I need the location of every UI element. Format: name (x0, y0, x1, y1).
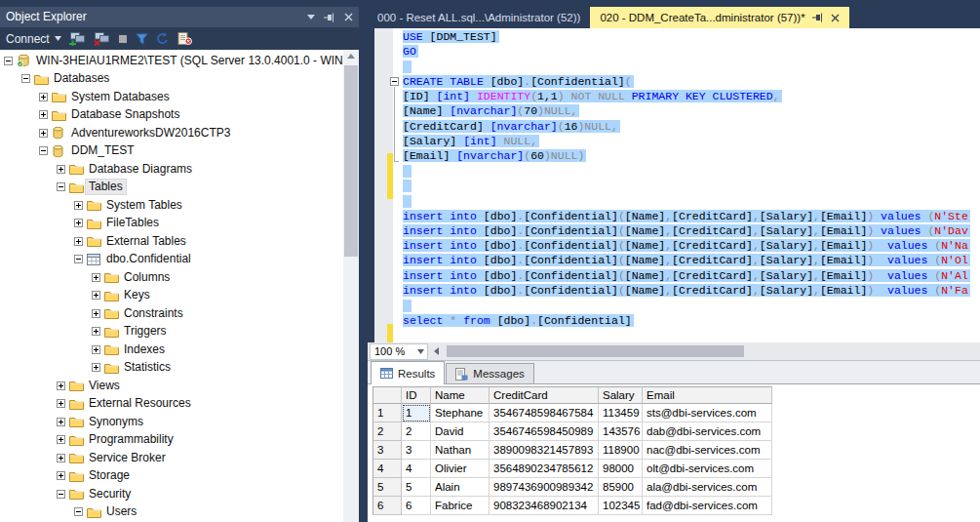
expand-icon[interactable] (39, 110, 48, 119)
connect-server-icon[interactable] (69, 32, 86, 46)
collapse-icon[interactable] (74, 507, 83, 516)
tree-item-external-tables[interactable]: External Tables (0, 232, 359, 251)
grid-column-header-email[interactable]: Email (643, 386, 772, 404)
tree-item-service-broker[interactable]: Service Broker (0, 449, 359, 467)
grid-cell[interactable]: 3 (402, 441, 431, 460)
expand-icon[interactable] (92, 327, 100, 336)
code-line[interactable]: [ID] [int] IDENTITY(1,1) NOT NULL PRIMAR… (374, 89, 980, 103)
tree-item-system-databases[interactable]: System Databases (0, 88, 359, 106)
grid-cell[interactable]: David (431, 422, 490, 441)
tree-item-columns[interactable]: Columns (0, 268, 359, 287)
tree-item-indexes[interactable]: Indexes (0, 341, 359, 359)
scrollbar-thumb[interactable] (447, 345, 744, 357)
collapse-icon[interactable] (4, 57, 13, 65)
collapse-icon[interactable] (57, 182, 65, 191)
expand-icon[interactable] (57, 418, 65, 426)
tree-item-database-snapshots[interactable]: Database Snapshots (0, 106, 359, 125)
results-grid[interactable]: IDNameCreditCardSalaryEmail11Stephane354… (372, 386, 772, 515)
collapse-icon[interactable] (74, 255, 83, 263)
tree-item-views[interactable]: Views (0, 377, 359, 395)
expand-icon[interactable] (74, 201, 83, 210)
combo-dropdown-icon[interactable] (417, 349, 424, 354)
code-line[interactable]: CREATE TABLE [dbo].[Confidential]( (374, 74, 980, 89)
document-tab-0[interactable]: 000 - Reset ALL.sql...\Administrator (52… (368, 7, 590, 28)
grid-cell[interactable]: 143576 (599, 422, 643, 441)
collapse-icon[interactable] (21, 74, 30, 83)
expand-icon[interactable] (92, 345, 100, 354)
expand-icon[interactable] (92, 363, 100, 372)
tree-item-external-resources[interactable]: External Resources (0, 395, 359, 414)
code-line[interactable]: GO (374, 44, 980, 59)
grid-cell[interactable]: 6 (402, 497, 431, 515)
code-content[interactable]: USE [DDM_TEST]GOCREATE TABLE [dbo].[Conf… (374, 29, 980, 328)
grid-cell[interactable]: fad@dbi-services.com (643, 497, 772, 515)
tree-item-system-tables[interactable]: System Tables (0, 196, 359, 215)
grid-cell[interactable]: dab@dbi-services.com (643, 422, 772, 441)
script-alert-icon[interactable] (177, 32, 192, 45)
grid-cell[interactable]: 5 (402, 478, 431, 497)
code-line[interactable]: insert into [dbo].[Confidential]([Name],… (374, 223, 980, 238)
grid-cell[interactable]: 3564890234785612 (490, 460, 599, 478)
grid-cell[interactable]: 118900 (599, 441, 643, 460)
grid-cell[interactable]: sts@dbi-services.com (643, 404, 772, 422)
tree-item-synonyms[interactable]: Synonyms (0, 413, 359, 431)
expand-icon[interactable] (92, 273, 100, 282)
grid-cell[interactable]: Nathan (431, 441, 490, 460)
grid-cell[interactable]: ala@dbi-services.com (643, 478, 772, 497)
code-line[interactable]: [Email] [nvarchar](60)NULL) (374, 148, 980, 163)
pin-icon[interactable] (324, 13, 335, 22)
grid-row-header[interactable]: 4 (372, 460, 402, 478)
tree-item-database-diagrams[interactable]: Database Diagrams (0, 160, 359, 179)
scroll-up-arrow-icon[interactable] (347, 54, 355, 59)
code-line[interactable] (374, 164, 980, 179)
refresh-icon[interactable] (156, 32, 170, 45)
grid-cell[interactable]: 9897436900989342 (490, 478, 599, 497)
tree-item-win-3heiau1rme2-test-sql-serve[interactable]: WIN-3HEIAU1RME2\TEST (SQL Server 13.0.40… (0, 52, 359, 70)
grid-cell[interactable]: Olivier (431, 460, 490, 478)
window-position-icon[interactable] (307, 15, 315, 20)
expand-icon[interactable] (57, 471, 65, 480)
expand-icon[interactable] (57, 454, 65, 462)
grid-column-header-name[interactable]: Name (431, 386, 490, 404)
code-line[interactable]: insert into [dbo].[Confidential]([Name],… (374, 238, 980, 253)
expand-icon[interactable] (57, 165, 65, 174)
grid-column-header-salary[interactable]: Salary (599, 386, 643, 404)
grid-cell[interactable]: 98000 (599, 460, 643, 478)
code-line[interactable] (374, 179, 980, 193)
code-line[interactable]: USE [DDM_TEST] (374, 29, 980, 44)
tree-item-programmability[interactable]: Programmability (0, 431, 359, 450)
grid-row-header[interactable]: 5 (372, 478, 402, 497)
tree-item-security[interactable]: Security (0, 485, 359, 503)
grid-cell[interactable]: 908323468902134 (490, 497, 599, 515)
code-line[interactable]: [CreditCard] [nvarchar](16)NULL, (374, 119, 980, 134)
grid-cell[interactable]: 102345 (599, 497, 643, 515)
grid-cell[interactable]: 1 (402, 404, 431, 422)
code-line[interactable] (374, 298, 980, 312)
tree-item-filetables[interactable]: FileTables (0, 215, 359, 233)
document-tab-1[interactable]: 020 - DDM_CreateTa...dministrator (57))* (590, 7, 848, 28)
grid-cell[interactable]: 2 (402, 422, 431, 441)
code-line[interactable]: [Name] [nvarchar](70)NULL, (374, 103, 980, 118)
close-icon[interactable] (831, 14, 840, 22)
filter-icon[interactable] (136, 33, 148, 45)
expand-icon[interactable] (57, 435, 65, 444)
code-line[interactable] (374, 60, 980, 74)
grid-column-header[interactable] (372, 386, 402, 404)
grid-column-header-id[interactable]: ID (402, 386, 431, 404)
grid-cell[interactable]: 3890098321457893 (490, 441, 599, 460)
sql-editor[interactable]: USE [DDM_TEST]GOCREATE TABLE [dbo].[Conf… (374, 28, 980, 342)
grid-row-header[interactable]: 2 (372, 422, 402, 441)
scroll-left-arrow-icon[interactable] (434, 347, 439, 355)
expand-icon[interactable] (39, 93, 48, 101)
code-line[interactable]: [Salary] [int] NULL, (374, 134, 980, 148)
code-line[interactable]: insert into [dbo].[Confidential]([Name],… (374, 209, 980, 223)
results-tab-results[interactable]: Results (371, 361, 445, 384)
connect-dropdown-caret[interactable] (55, 36, 61, 41)
tree-item-statistics[interactable]: Statistics (0, 359, 359, 378)
grid-cell[interactable]: Stephane (431, 404, 490, 422)
tree-item-dbo-confidential[interactable]: dbo.Confidential (0, 251, 359, 269)
object-explorer-tree[interactable]: WIN-3HEIAU1RME2\TEST (SQL Server 13.0.40… (0, 50, 359, 522)
grid-column-header-creditcard[interactable]: CreditCard (490, 386, 599, 404)
grid-row-header[interactable]: 6 (372, 497, 402, 515)
tree-item-databases[interactable]: Databases (0, 70, 359, 89)
